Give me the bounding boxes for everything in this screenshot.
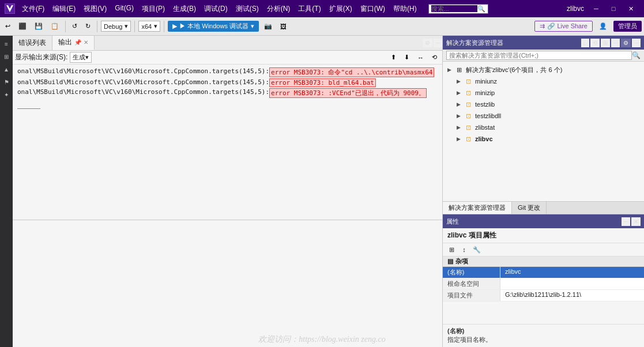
prop-name-label: (名称) — [443, 267, 500, 278]
se-tool-pin[interactable]: ─ — [632, 39, 641, 47]
toolbar-btn-4[interactable]: 📋 — [48, 21, 62, 32]
sep-3 — [134, 21, 135, 32]
redo-button[interactable]: ↻ — [82, 21, 93, 32]
se-search-bar[interactable]: 🔍 — [443, 50, 644, 62]
title-bar: 文件(F) 编辑(E) 视图(V) Git(G) 项目(P) 生成(B) 调试(… — [0, 0, 644, 17]
project-icon: ⊡ — [464, 77, 473, 86]
output-content[interactable]: onal\MSBuild\Microsoft\VC\v160\Microsoft… — [13, 65, 442, 220]
output-tool-3[interactable]: ↔ — [415, 52, 427, 63]
window-title: zlibvc — [567, 5, 584, 13]
sidebar-icon-5[interactable]: ✦ — [1, 89, 12, 100]
left-sidebar: ≡ ⊞ ▲ ⚑ ✦ — [0, 36, 13, 347]
sep-4 — [164, 21, 164, 32]
toolbar-camera[interactable]: 📷 — [261, 21, 275, 32]
menu-edit[interactable]: 编辑(E) — [49, 3, 79, 15]
arrow-icon: ▶ — [457, 90, 464, 96]
menu-analyze[interactable]: 分析(N) — [263, 3, 294, 15]
menu-test[interactable]: 测试(S) — [232, 3, 262, 15]
live-share-area: ⇉ 🔗 Live Share 👤 管理员 — [534, 21, 642, 32]
menu-help[interactable]: 帮助(H) — [390, 3, 420, 15]
se-tools: ⌂ ⟲ ⊞ ─ ⚙ ─ — [581, 39, 641, 47]
menu-project[interactable]: 项目(P) — [138, 3, 168, 15]
se-item-zlibstat[interactable]: ▶ ⊡ zlibstat — [443, 122, 644, 133]
menu-window[interactable]: 窗口(W) — [357, 3, 389, 15]
global-search-input[interactable] — [431, 5, 477, 12]
menu-bar: 文件(F) 编辑(E) 视图(V) Git(G) 项目(P) 生成(B) 调试(… — [18, 3, 420, 15]
prop-tool-pin[interactable]: ─ — [622, 217, 630, 226]
prop-tool-grid[interactable]: ⊞ — [446, 244, 457, 255]
toolbar-btn-2[interactable]: ⬛ — [16, 21, 29, 32]
platform-dropdown[interactable]: x64 ▾ — [138, 21, 160, 32]
menu-extensions[interactable]: 扩展(X) — [326, 3, 356, 15]
prop-section-misc[interactable]: ▤ 杂项 — [443, 257, 644, 267]
se-item-label: zlibvc — [475, 135, 493, 142]
prop-name-label-2: 根命名空间 — [443, 278, 500, 289]
error-list-label: 错误列表 — [18, 38, 46, 48]
prop-tool-wrench[interactable]: 🔧 — [472, 244, 482, 255]
prop-tools: ─ ✕ — [622, 217, 641, 226]
se-solution-root[interactable]: ▶ ⊞ 解决方案'zlibvc'(6个项目，共 6 个) — [443, 64, 644, 76]
toolbar: ↩ ⬛ 💾 📋 ↺ ↻ Debug ▾ x64 ▾ ▶ ▶ 本地 Windows… — [0, 17, 644, 36]
se-item-label: testzlibdll — [475, 112, 501, 119]
se-tool-settings[interactable]: ⚙ — [621, 39, 631, 47]
menu-git[interactable]: Git(G) — [111, 3, 137, 15]
se-tool-sync[interactable]: ⟲ — [590, 39, 600, 47]
se-tool-home[interactable]: ⌂ — [581, 39, 589, 47]
menu-tools[interactable]: 工具(T) — [295, 3, 324, 15]
prop-tool-close[interactable]: ✕ — [631, 217, 641, 226]
se-search-input[interactable] — [446, 51, 632, 60]
menu-build[interactable]: 生成(B) — [170, 3, 199, 15]
run-label: ▶ 本地 Windows 调试器 — [179, 22, 248, 31]
output-panel-pin[interactable]: ─ — [434, 39, 442, 47]
output-tab-close-icon[interactable]: ✕ — [84, 39, 88, 46]
se-tab-solution[interactable]: 解决方案资源管理器 — [443, 202, 512, 214]
close-button[interactable]: ✕ — [622, 0, 639, 17]
toolbar-btn-3[interactable]: 💾 — [32, 21, 46, 32]
admin-button[interactable]: 管理员 — [613, 21, 642, 32]
se-item-testzlibdll[interactable]: ▶ ⊡ testzlibdll — [443, 110, 644, 122]
output-line-2-prefix: onal\MSBuild\Microsoft\VC\v160\Microsoft… — [17, 78, 269, 86]
output-tab-pin-icon[interactable]: 📌 — [74, 39, 81, 46]
prop-row-namespace[interactable]: 根命名空间 — [443, 278, 644, 290]
se-item-miniunz[interactable]: ▶ ⊡ miniunz — [443, 76, 644, 87]
se-tab-git[interactable]: Git 更改 — [512, 202, 547, 214]
sidebar-icon-4[interactable]: ⚑ — [1, 76, 12, 88]
output-tool-1[interactable]: ⬆ — [388, 52, 399, 63]
sidebar-icon-3[interactable]: ▲ — [1, 63, 12, 75]
tab-error-list[interactable]: 错误列表 — [13, 36, 52, 50]
prop-row-name[interactable]: (名称) zlibvc — [443, 267, 644, 278]
svg-marker-0 — [6, 5, 13, 12]
prop-description: (名称) 指定项目名称。 — [443, 324, 644, 347]
live-share-button[interactable]: ⇉ 🔗 Live Share — [534, 21, 593, 32]
sidebar-icon-2[interactable]: ⊞ — [1, 51, 12, 62]
prop-section-label: 杂项 — [455, 257, 468, 266]
run-button[interactable]: ▶ ▶ 本地 Windows 调试器 ▾ — [168, 21, 259, 32]
debug-config-dropdown[interactable]: Debug ▾ — [101, 21, 131, 32]
chevron-down-icon-2: ▾ — [154, 22, 157, 30]
global-search-box[interactable]: 🔍 — [428, 4, 488, 14]
tab-output[interactable]: 输出 📌 ✕ — [52, 36, 95, 50]
toolbar-img[interactable]: 🖼 — [277, 21, 289, 32]
search-icon: 🔍 — [477, 5, 485, 13]
menu-file[interactable]: 文件(F) — [18, 3, 48, 15]
minimize-button[interactable]: ─ — [587, 0, 605, 17]
output-tool-2[interactable]: ⬇ — [401, 52, 412, 63]
se-tool-refresh[interactable]: ⊞ — [601, 39, 610, 47]
output-tool-4[interactable]: ⟲ — [429, 52, 440, 63]
menu-view[interactable]: 视图(V) — [80, 3, 110, 15]
user-icon-button[interactable]: 👤 — [596, 21, 610, 32]
maximize-button[interactable]: □ — [605, 0, 622, 17]
se-item-testzlib[interactable]: ▶ ⊡ testzlib — [443, 99, 644, 110]
se-item-zlibvc[interactable]: ▶ ⊡ zlibvc — [443, 133, 644, 145]
se-tool-collapse[interactable]: ─ — [611, 39, 620, 47]
undo-button[interactable]: ↺ — [69, 21, 80, 32]
output-panel-gear[interactable]: ⚙ — [423, 39, 432, 47]
prop-row-file[interactable]: 项目文件 G:\zlib\zlib1211\zlib-1.2.11\ — [443, 290, 644, 301]
menu-debug[interactable]: 调试(D) — [201, 3, 231, 15]
se-item-minizip[interactable]: ▶ ⊡ minizip — [443, 87, 644, 99]
toolbar-btn-1[interactable]: ↩ — [2, 21, 13, 32]
sep-2 — [97, 21, 97, 32]
source-select[interactable]: 生成 ▾ — [70, 52, 92, 63]
prop-tool-sort[interactable]: ↕ — [459, 244, 469, 255]
sidebar-icon-1[interactable]: ≡ — [1, 38, 12, 50]
